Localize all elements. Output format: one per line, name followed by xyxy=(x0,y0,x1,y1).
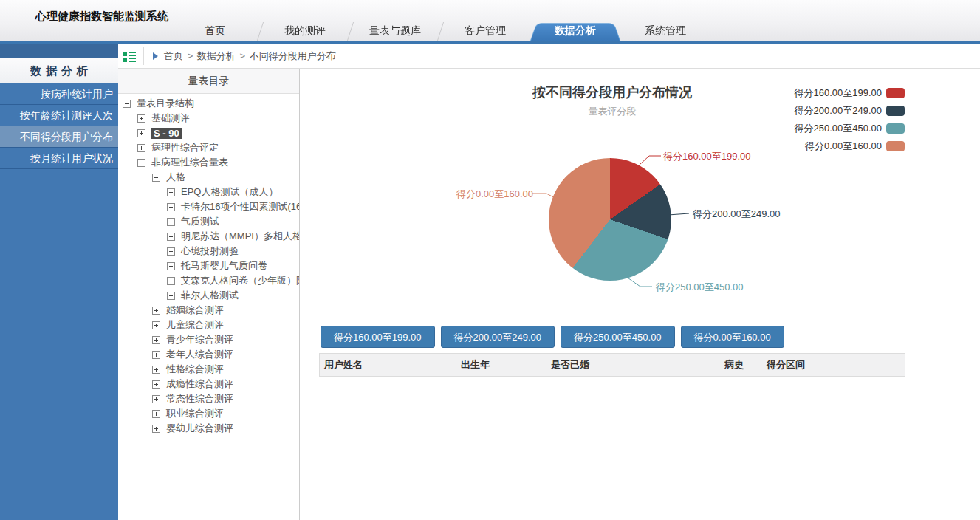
expand-icon[interactable] xyxy=(152,351,160,359)
tree-node[interactable]: 量表目录结构 xyxy=(118,96,299,111)
tree-node[interactable]: 气质测试 xyxy=(118,214,299,229)
tree-node-label[interactable]: 性格综合测评 xyxy=(166,363,224,376)
pie-chart[interactable] xyxy=(549,158,671,281)
tree-node[interactable]: 基础测评 xyxy=(118,111,299,126)
column-header-married: 是否已婚 xyxy=(546,354,720,376)
legend-item[interactable]: 得分160.00至199.00 xyxy=(794,84,905,102)
app-title: 心理健康指数智能监测系统 xyxy=(35,10,168,24)
tree-node-label[interactable]: 艾森克人格问卷（少年版）陈仲 xyxy=(181,274,299,287)
tree-node-label[interactable]: 青少年综合测评 xyxy=(166,333,233,346)
tree-node-label[interactable]: 人格 xyxy=(166,171,185,184)
tree-node[interactable]: 菲尔人格测试 xyxy=(118,288,299,303)
tree-node[interactable]: 人格 xyxy=(118,170,299,185)
column-header-birth-year: 出生年 xyxy=(456,354,546,376)
tree-node[interactable]: 常态性综合测评 xyxy=(118,391,299,406)
expand-icon[interactable] xyxy=(167,233,175,241)
tree-node-label[interactable]: 基础测评 xyxy=(151,112,190,125)
expand-icon[interactable] xyxy=(152,425,160,433)
tree-node[interactable]: 婚姻综合测评 xyxy=(118,303,299,318)
tree-node-label[interactable]: 老年人综合测评 xyxy=(166,348,233,361)
sidebar-filler xyxy=(0,169,118,520)
tree-node[interactable]: 青少年综合测评 xyxy=(118,332,299,347)
filter-button-250-450[interactable]: 得分250.00至450.00 xyxy=(561,326,675,348)
tree-node-label[interactable]: 婚姻综合测评 xyxy=(166,304,224,317)
collapse-icon[interactable] xyxy=(123,100,131,108)
tree-node[interactable]: 职业综合测评 xyxy=(118,406,299,421)
filter-button-160-199[interactable]: 得分160.00至199.00 xyxy=(321,326,435,348)
tree-node-label[interactable]: 气质测试 xyxy=(181,215,219,228)
tree-node-label[interactable]: 职业综合测评 xyxy=(166,407,224,420)
filter-button-200-249[interactable]: 得分200.00至249.00 xyxy=(441,326,555,348)
tree-node-label[interactable]: 非病理性综合量表 xyxy=(151,156,228,169)
tree-node-label[interactable]: 菲尔人格测试 xyxy=(181,289,239,302)
tree-node-label[interactable]: 儿童综合测评 xyxy=(166,318,224,332)
expand-icon[interactable] xyxy=(167,247,175,256)
expand-icon[interactable] xyxy=(152,395,160,403)
collapse-icon[interactable] xyxy=(152,174,160,182)
tree-node-label[interactable]: 病理性综合评定 xyxy=(151,141,219,154)
legend-item[interactable]: 得分250.00至450.00 xyxy=(794,120,905,137)
expand-icon[interactable] xyxy=(152,410,160,418)
expand-icon[interactable] xyxy=(137,144,145,152)
tree-node[interactable]: S - 90 xyxy=(118,126,299,140)
tree-node-label[interactable]: 成瘾性综合测评 xyxy=(166,377,233,391)
expand-icon[interactable] xyxy=(167,203,175,211)
tree-node-label[interactable]: S - 90 xyxy=(151,128,182,139)
tab-home[interactable]: 首页 xyxy=(170,20,260,41)
expand-icon[interactable] xyxy=(167,218,175,226)
list-view-icon xyxy=(123,51,136,62)
expand-icon[interactable] xyxy=(137,129,145,137)
tree-node-label[interactable]: 托马斯婴儿气质问卷 xyxy=(181,259,267,273)
score-filter-buttons: 得分160.00至199.00 得分200.00至249.00 得分250.00… xyxy=(321,326,784,348)
expand-icon[interactable] xyxy=(167,292,175,300)
expand-icon[interactable] xyxy=(152,336,160,344)
tree-node-label[interactable]: 卡特尔16项个性因素测试(16PF) xyxy=(181,200,299,213)
tree-node[interactable]: 心境投射测验 xyxy=(118,244,299,259)
tree-node[interactable]: 儿童综合测评 xyxy=(118,318,299,332)
tree-node[interactable]: EPQ人格测试（成人） xyxy=(118,185,299,199)
sidebar-item-by-score-range[interactable]: 不同得分段用户分布 xyxy=(0,126,118,148)
tab-scales-question-bank[interactable]: 量表与题库 xyxy=(350,20,440,41)
expand-icon[interactable] xyxy=(152,380,160,389)
tree-node[interactable]: 托马斯婴儿气质问卷 xyxy=(118,259,299,273)
tree-node[interactable]: 卡特尔16项个性因素测试(16PF) xyxy=(118,199,299,214)
tab-system-management[interactable]: 系统管理 xyxy=(620,20,710,41)
expand-icon[interactable] xyxy=(137,114,145,123)
tree-node[interactable]: 明尼苏达（MMPI）多相人格测试 xyxy=(118,229,299,244)
tree-node-label[interactable]: 心境投射测验 xyxy=(181,244,239,258)
expand-icon[interactable] xyxy=(167,188,175,196)
legend-item[interactable]: 得分200.00至249.00 xyxy=(794,102,905,120)
filter-button-0-160[interactable]: 得分0.00至160.00 xyxy=(681,326,784,348)
pie-slice-label: 得分250.00至450.00 xyxy=(656,281,744,294)
breadcrumb-arrow-icon xyxy=(153,52,158,60)
tree-node-label[interactable]: EPQ人格测试（成人） xyxy=(181,185,278,199)
expand-icon[interactable] xyxy=(152,321,160,329)
sidebar-item-by-month[interactable]: 按月统计用户状况 xyxy=(0,148,118,169)
breadcrumb-home[interactable]: 首页 xyxy=(164,50,183,61)
tab-data-analysis[interactable]: 数据分析 xyxy=(530,20,620,41)
tree-node-label[interactable]: 常态性综合测评 xyxy=(166,392,233,406)
tree-node-label[interactable]: 量表目录结构 xyxy=(137,97,194,110)
legend-swatch xyxy=(886,106,905,116)
tab-customer-management[interactable]: 客户管理 xyxy=(440,20,530,41)
collapse-icon[interactable] xyxy=(137,159,145,167)
tree-node[interactable]: 成瘾性综合测评 xyxy=(118,377,299,391)
tab-my-assessments[interactable]: 我的测评 xyxy=(260,20,350,41)
tree-node[interactable]: 婴幼儿综合测评 xyxy=(118,421,299,436)
tree-node[interactable]: 性格综合测评 xyxy=(118,362,299,377)
tree-node[interactable]: 老年人综合测评 xyxy=(118,347,299,362)
expand-icon[interactable] xyxy=(167,262,175,270)
expand-icon[interactable] xyxy=(167,277,175,285)
tree-node[interactable]: 病理性综合评定 xyxy=(118,140,299,155)
sidebar-item-by-age[interactable]: 按年龄统计测评人次 xyxy=(0,105,118,126)
expand-icon[interactable] xyxy=(152,307,160,315)
tree-node[interactable]: 非病理性综合量表 xyxy=(118,155,299,170)
breadcrumb-data-analysis[interactable]: 数据分析 xyxy=(197,50,236,61)
sidebar-item-by-disease[interactable]: 按病种统计用户 xyxy=(0,83,118,105)
tree-node[interactable]: 艾森克人格问卷（少年版）陈仲 xyxy=(118,273,299,288)
tree-node-label[interactable]: 婴幼儿综合测评 xyxy=(166,422,233,435)
expand-icon[interactable] xyxy=(152,366,160,374)
legend-item[interactable]: 得分0.00至160.00 xyxy=(794,137,905,155)
vertical-divider xyxy=(143,47,144,65)
tree-node-label[interactable]: 明尼苏达（MMPI）多相人格测试 xyxy=(181,230,299,243)
